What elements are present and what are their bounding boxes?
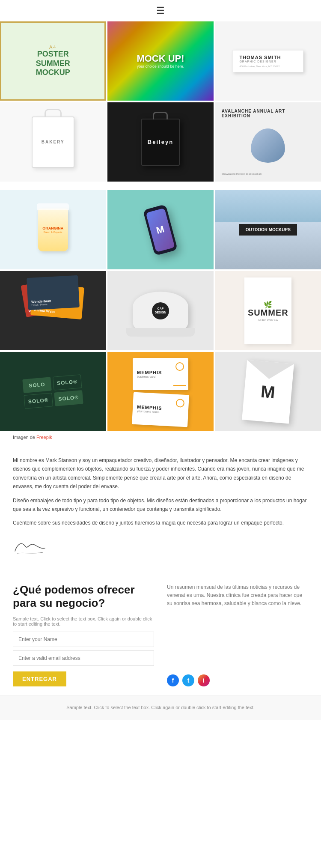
gallery-caption: Imagen de Freepik <box>0 431 321 443</box>
billboard-text: MOCK UP! <box>137 54 184 64</box>
bc-title: GRAPHIC DESIGNER <box>239 60 297 63</box>
gallery-cell-letter: M <box>215 352 321 431</box>
instagram-icon[interactable]: i <box>198 674 210 686</box>
art-footer: Showcasing the best in abstract art <box>222 173 262 175</box>
black-bag-text: Beileyn <box>148 139 173 145</box>
footer: Sample text. Click to select the text bo… <box>0 695 321 720</box>
gallery-cell-orangina: ORANGINA Fresh & Organic <box>0 190 106 269</box>
memphis-sub: business card <box>137 375 155 378</box>
email-input[interactable] <box>13 650 154 666</box>
bc-info: 456 Park Ave, New York, NY 10022 <box>239 65 297 68</box>
phone-letter: M <box>155 224 166 236</box>
caption-text: Imagen de <box>13 435 36 440</box>
name-input[interactable] <box>13 632 154 647</box>
billboard-sub: your choice should be here. <box>137 64 184 69</box>
gallery-cell-solo: SOLO SOLO® SOLO® SOLO® <box>0 352 106 431</box>
gallery-cell-black-bag: Beileyn <box>107 102 213 182</box>
about-section: Mi nombre es Mark Stanson y soy un empaq… <box>0 443 321 570</box>
bottom-section: ¿Qué podemos ofrecer para su negocio? Sa… <box>0 570 321 695</box>
gallery-top: A4 POSTERSUMMERMOCKUP MOCK UP! your choi… <box>0 21 321 182</box>
solo-text-2: SOLO® <box>57 379 78 386</box>
art-figure <box>251 128 285 163</box>
gallery-cell-business-card: THOMAS SMITH GRAPHIC DESIGNER 456 Park A… <box>215 21 321 101</box>
footer-text: Sample text. Click to select the text bo… <box>13 704 308 712</box>
about-paragraph-1: Mi nombre es Mark Stanson y soy un empaq… <box>13 456 308 491</box>
cup-sub: Fresh & Organic <box>44 231 62 233</box>
bag-logo: BAKERY <box>42 140 65 144</box>
solo-text-3: SOLO® <box>28 397 49 405</box>
gallery-cell-cards: Wonderbum Karina Dryse Wonderbum Email /… <box>0 271 106 350</box>
social-icons: f t i <box>167 674 308 686</box>
twitter-icon[interactable]: t <box>182 674 194 686</box>
solo-text-4: SOLO® <box>58 394 79 402</box>
cap-badge-text: CAP DESIGN <box>152 307 169 314</box>
summer-sub: All day, every day <box>258 319 278 321</box>
art-title: AVALANCHE ANNUAL ART EXHIBITION <box>222 109 315 118</box>
hamburger-icon[interactable]: ☰ <box>156 5 165 16</box>
gallery-cell-poster: A4 POSTERSUMMERMOCKUP <box>0 21 106 101</box>
summer-text: SUMMER <box>248 309 288 316</box>
cup-text: ORANGINA <box>42 226 63 231</box>
gallery-cell-phone: M <box>107 190 213 269</box>
facebook-icon[interactable]: f <box>167 674 179 686</box>
header: ☰ <box>0 0 321 21</box>
right-text: Un resumen mensual de las últimas notici… <box>167 583 308 608</box>
gallery-cell-outdoor: OUTDOOR MOCKUPS <box>215 190 321 269</box>
gallery-cell-summer: 🌿 SUMMER All day, every day <box>215 271 321 350</box>
gallery-cell-art: AVALANCHE ANNUAL ART EXHIBITION Showcasi… <box>215 102 321 182</box>
right-panel: Un resumen mensual de las últimas notici… <box>167 583 308 686</box>
offer-panel: ¿Qué podemos ofrecer para su negocio? Sa… <box>13 583 154 686</box>
gallery-bottom: ORANGINA Fresh & Organic M OUTDOOR MOCKU… <box>0 190 321 431</box>
offer-title: ¿Qué podemos ofrecer para su negocio? <box>13 583 154 610</box>
gallery-cell-memphis: MEMPHIS business card MEMPHIS your brand… <box>107 352 213 431</box>
sample-text-label: Sample text. Click to select the text bo… <box>13 616 154 626</box>
gallery-cell-bag: BAKERY <box>0 102 106 182</box>
about-paragraph-2: Diseño embalajes de todo tipo y para tod… <box>13 496 308 514</box>
signature <box>13 536 308 558</box>
poster-text: POSTERSUMMERMOCKUP <box>36 50 70 78</box>
bc-name: THOMAS SMITH <box>239 55 297 60</box>
summer-leaf: 🌿 <box>264 301 272 309</box>
submit-button[interactable]: ENTREGAR <box>13 671 66 686</box>
solo-text-1: SOLO <box>29 382 45 389</box>
gallery-cell-billboard: MOCK UP! your choice should be here. <box>107 21 213 101</box>
memphis-title: MEMPHIS <box>137 370 162 375</box>
outdoor-text: OUTDOOR MOCKUPS <box>246 227 291 232</box>
about-paragraph-3: Cuénteme sobre sus necesidades de diseño… <box>13 519 308 527</box>
caption-link[interactable]: Freepik <box>36 435 52 440</box>
letter-m: M <box>260 382 276 402</box>
gallery-cell-cap: CAP DESIGN <box>107 271 213 350</box>
